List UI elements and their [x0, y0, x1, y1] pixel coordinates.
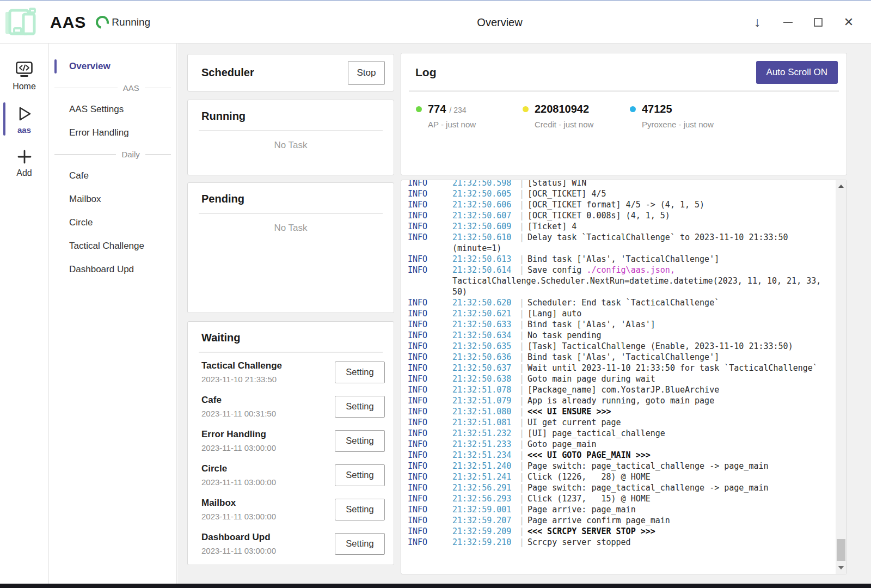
- minimize-icon[interactable]: [780, 14, 796, 30]
- log-line: INFO21:32:50.598|[Status] WIN: [408, 180, 836, 188]
- log-line: INFO21:32:51.079|App is already running,…: [408, 395, 836, 406]
- nav-item-circle[interactable]: Circle: [49, 212, 176, 233]
- nav-item-overview[interactable]: Overview: [49, 56, 176, 77]
- log-timestamp: 21:32:50.633: [452, 319, 519, 330]
- rail-item-aas[interactable]: aas: [0, 98, 48, 141]
- log-timestamp: 21:32:51.240: [452, 461, 519, 471]
- log-level: INFO: [408, 471, 452, 482]
- log-output-panel: INFO21:32:50.598|[Status] WININFO21:32:5…: [401, 180, 847, 574]
- setting-button[interactable]: Setting: [335, 499, 385, 520]
- nav-item-mailbox[interactable]: Mailbox: [49, 189, 176, 210]
- maximize-icon[interactable]: [810, 14, 826, 30]
- log-message: Scheduler: End task `TacticalChallenge`: [527, 298, 719, 308]
- nav-item-label: Overview: [69, 61, 111, 71]
- rail-item-add[interactable]: Add: [0, 141, 48, 185]
- log-message: [Lang] auto: [527, 309, 581, 318]
- log-timestamp: 21:32:50.610: [452, 232, 519, 243]
- log-level: INFO: [408, 297, 452, 308]
- log-line: INFO21:32:51.234|<<< UI GOTO PAGE_MAIN >…: [408, 450, 836, 461]
- log-message: Bind task ['Alas', 'TacticalChallenge']: [527, 254, 719, 264]
- nav-item-tactical-challenge[interactable]: Tactical Challenge: [49, 236, 176, 256]
- separator-label: AAS: [123, 83, 139, 93]
- log-message: [OCR_TICKET] 4/5: [527, 189, 606, 199]
- log-timestamp: 21:32:50.636: [452, 352, 519, 363]
- log-rest: 21:32:51.080|<<< UI ENSURE >>>: [452, 406, 836, 417]
- stat-value-row: 220810942: [523, 103, 630, 115]
- log-separator: |: [519, 504, 527, 515]
- log-line: INFO21:32:59.210|Scrcpy server stopped: [408, 537, 836, 548]
- stat-value: 47125: [642, 103, 672, 115]
- rail-item-home[interactable]: Home: [0, 54, 48, 98]
- log-separator: |: [519, 471, 527, 482]
- log-message: Click (1237, 15) @ HOME: [527, 494, 651, 504]
- log-rest: 21:32:50.633|Bind task ['Alas', 'Alas']: [452, 319, 836, 330]
- log-timestamp: 21:32:50.609: [452, 221, 519, 232]
- rail-item-label: aas: [17, 125, 31, 134]
- log-timestamp: 21:32:51.081: [452, 417, 519, 428]
- log-separator: |: [519, 232, 527, 243]
- scrollbar-down-arrow-icon[interactable]: [836, 563, 847, 573]
- log-stats: 774/ 234AP - just now220810942Credit - j…: [401, 92, 847, 129]
- log-level: INFO: [408, 341, 452, 352]
- window-bottom-edge: [0, 584, 871, 588]
- rail-item-label: Add: [16, 168, 32, 178]
- log-level: INFO: [408, 504, 452, 515]
- log-message: [UI] page_tactical_challenge: [527, 428, 665, 438]
- log-separator: |: [519, 180, 527, 188]
- log-line: INFO21:32:50.606|[OCR_TICKET format] 4/5…: [408, 199, 836, 210]
- stat-value-row: 774/ 234: [416, 103, 523, 115]
- scrollbar-thumb[interactable]: [837, 539, 845, 561]
- log-level: INFO: [408, 406, 452, 417]
- log-scrollbar[interactable]: [836, 180, 847, 574]
- log-level: INFO: [408, 254, 452, 265]
- log-line: INFO21:32:51.241|Click (1226, 28) @ HOME: [408, 471, 836, 482]
- log-timestamp: 21:32:59.207: [452, 515, 519, 526]
- nav-item-dashboard-upd[interactable]: Dashboard Upd: [49, 259, 176, 280]
- setting-button[interactable]: Setting: [335, 362, 385, 383]
- setting-button[interactable]: Setting: [335, 430, 385, 452]
- nav-item-cafe[interactable]: Cafe: [49, 166, 176, 186]
- task-name: Dashboard Upd: [201, 531, 276, 543]
- log-message: Page arrive: page_main: [527, 505, 636, 514]
- task-next-run-time: 2023-11-11 03:00:00: [201, 546, 276, 556]
- stat-label: Pyroxene - just now: [642, 120, 714, 129]
- titlebar-left: AAS Running: [5, 1, 150, 43]
- log-message: Bind task ['Alas', 'TacticalChallenge']: [527, 352, 719, 362]
- log-separator: |: [519, 428, 527, 439]
- nav-item-error-handling[interactable]: Error Handling: [49, 122, 176, 143]
- log-line: INFO21:32:50.610|Delay task `TacticalCha…: [408, 232, 836, 254]
- task-name: Error Handling: [201, 428, 276, 440]
- log-rest: 21:32:50.620|Scheduler: End task `Tactic…: [452, 297, 836, 308]
- download-icon[interactable]: ↓: [749, 14, 765, 30]
- setting-button[interactable]: Setting: [335, 464, 385, 486]
- nav-item-aas-settings[interactable]: AAS Settings: [49, 99, 176, 120]
- scrollbar-up-arrow-icon[interactable]: [836, 181, 847, 191]
- maximize-box: [814, 18, 823, 27]
- log-timestamp: 21:32:51.080: [452, 406, 519, 417]
- log-rest: 21:32:50.614|Save config ./config\aas.js…: [452, 265, 836, 297]
- auto-scroll-button[interactable]: Auto Scroll ON: [756, 61, 838, 84]
- nav-item-label: Tactical Challenge: [69, 241, 144, 251]
- log-separator: |: [519, 308, 527, 319]
- stat-value: 220810942: [535, 103, 589, 115]
- log-rest: 21:32:51.233|Goto page_main: [452, 439, 836, 450]
- log-separator: |: [519, 373, 527, 384]
- setting-button[interactable]: Setting: [335, 533, 385, 555]
- setting-button[interactable]: Setting: [335, 396, 385, 418]
- stop-button[interactable]: Stop: [348, 61, 385, 85]
- log-timestamp: 21:32:51.234: [452, 450, 519, 461]
- log-separator: |: [519, 537, 527, 548]
- stat-dot-icon: [416, 106, 422, 112]
- log-timestamp: 21:32:50.598: [452, 180, 519, 188]
- task-name: Tactical Challenge: [201, 360, 282, 372]
- play-icon: [15, 103, 34, 124]
- log-header: Log Auto Scroll ON: [401, 53, 847, 84]
- window-controls: ↓ ✕: [749, 1, 857, 43]
- log-level: INFO: [408, 221, 452, 232]
- log-timestamp: 21:32:59.209: [452, 526, 519, 537]
- log-line: INFO21:32:50.609|[Ticket] 4: [408, 221, 836, 232]
- close-icon[interactable]: ✕: [841, 14, 857, 30]
- stat-item: 47125Pyroxene - just now: [630, 103, 714, 129]
- log-message: Goto page_main: [527, 439, 596, 449]
- log-timestamp: 21:32:50.614: [452, 265, 519, 275]
